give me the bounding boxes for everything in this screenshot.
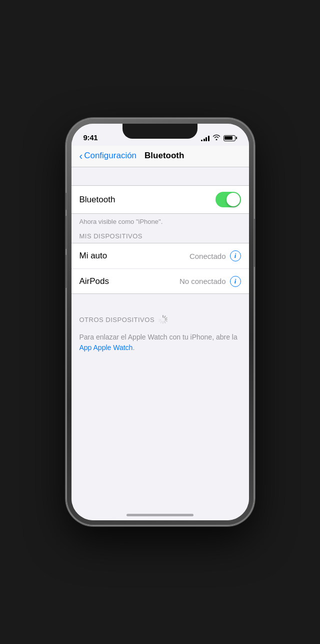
visible-note: Ahora visible como "iPhone". xyxy=(72,214,249,229)
wifi-icon xyxy=(212,134,220,142)
device-row-airpods[interactable]: AirPods No conectado i xyxy=(72,268,249,293)
note-text-end: . xyxy=(132,344,134,352)
notch xyxy=(122,124,198,139)
my-devices-group: Mi auto Conectado i AirPods No conectado… xyxy=(72,243,249,294)
chevron-left-icon: ‹ xyxy=(80,151,83,161)
apple-watch-note: Para enlazar el Apple Watch con tu iPhon… xyxy=(72,327,249,361)
status-icons xyxy=(201,134,237,142)
device-name-airpods: AirPods xyxy=(80,276,110,286)
nav-bar: ‹ Configuración Bluetooth xyxy=(72,146,249,167)
device-right-airpods: No conectado i xyxy=(180,276,241,287)
bluetooth-row: Bluetooth xyxy=(72,186,249,213)
my-devices-header: MIS DISPOSITIVOS xyxy=(72,229,249,243)
info-button-car[interactable]: i xyxy=(230,250,241,261)
device-name-car: Mi auto xyxy=(80,251,108,261)
info-icon-airpods: i xyxy=(234,277,236,285)
volume-up-button[interactable] xyxy=(65,216,66,249)
others-header-label: OTROS DISPOSITIVOS xyxy=(80,316,155,324)
toggle-knob xyxy=(226,193,240,206)
svg-line-8 xyxy=(159,320,160,321)
others-header-row: OTROS DISPOSITIVOS xyxy=(72,312,249,327)
svg-line-7 xyxy=(161,321,162,323)
info-button-airpods[interactable]: i xyxy=(230,276,241,287)
nav-title: Bluetooth xyxy=(144,151,184,161)
battery-icon xyxy=(224,135,237,141)
svg-line-2 xyxy=(166,318,167,319)
volume-down-button[interactable] xyxy=(65,255,66,288)
bluetooth-toggle[interactable] xyxy=(216,192,241,207)
bluetooth-group: Bluetooth xyxy=(72,185,249,214)
device-status-car: Conectado xyxy=(190,252,226,260)
back-button[interactable]: ‹ Configuración xyxy=(80,151,137,161)
screen-content: ‹ Configuración Bluetooth Bluetooth Ahor… xyxy=(72,146,249,520)
info-icon-car: i xyxy=(234,252,236,260)
power-button[interactable] xyxy=(254,219,256,267)
phone-outer: 9:41 xyxy=(66,119,254,525)
device-status-airpods: No conectado xyxy=(180,277,226,285)
others-section: OTROS DISPOSITIVOS xyxy=(72,312,249,361)
svg-line-5 xyxy=(164,321,166,323)
signal-icon xyxy=(201,135,210,141)
svg-line-1 xyxy=(164,316,166,317)
home-indicator xyxy=(126,514,194,516)
apple-watch-link[interactable]: App Apple Watch xyxy=(80,344,133,352)
device-row-car[interactable]: Mi auto Conectado i xyxy=(72,243,249,268)
status-time: 9:41 xyxy=(84,133,98,142)
loading-spinner xyxy=(158,315,168,324)
device-right-car: Conectado i xyxy=(190,250,241,261)
bluetooth-label: Bluetooth xyxy=(80,195,116,205)
note-text-plain: Para enlazar el Apple Watch con tu iPhon… xyxy=(80,333,238,341)
phone-screen: 9:41 xyxy=(72,124,249,520)
svg-line-4 xyxy=(166,320,167,321)
mute-button[interactable] xyxy=(65,193,66,210)
back-label[interactable]: Configuración xyxy=(84,151,136,161)
